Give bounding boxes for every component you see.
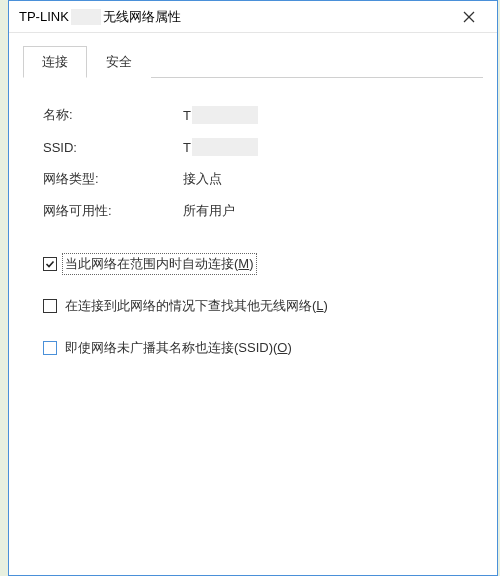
dialog-window: TP-LINK 无线网络属性 连接 安全 名称: T (8, 0, 498, 576)
tab-content-connection: 名称: T SSID: T 网络类型: 接入点 网络可用性: 所有用户 (23, 78, 483, 390)
value-name: T (183, 106, 258, 124)
label-name: 名称: (43, 106, 183, 124)
label-connect-hidden-text: 即使网络未广播其名称也连接(SSID)( (65, 340, 277, 355)
value-name-text: T (183, 108, 191, 123)
checkbox-connect-hidden[interactable] (43, 341, 57, 355)
label-connect-hidden[interactable]: 即使网络未广播其名称也连接(SSID)(O) (63, 338, 294, 358)
title-prefix: TP-LINK (19, 9, 69, 24)
value-ssid: T (183, 138, 258, 156)
row-name: 名称: T (43, 106, 463, 124)
value-name-redacted (192, 106, 258, 124)
tab-security[interactable]: 安全 (87, 46, 151, 78)
label-auto-connect-suffix: ) (249, 256, 253, 271)
row-connect-hidden: 即使网络未广播其名称也连接(SSID)(O) (43, 338, 463, 358)
close-button[interactable] (449, 3, 489, 31)
checkbox-auto-connect[interactable] (43, 257, 57, 271)
label-look-other-suffix: ) (324, 298, 328, 313)
label-auto-connect-accel: M (238, 256, 249, 271)
row-availability: 网络可用性: 所有用户 (43, 202, 463, 220)
row-ssid: SSID: T (43, 138, 463, 156)
label-auto-connect[interactable]: 当此网络在范围内时自动连接(M) (63, 254, 256, 274)
label-availability: 网络可用性: (43, 202, 183, 220)
titlebar: TP-LINK 无线网络属性 (9, 1, 497, 33)
value-type: 接入点 (183, 170, 222, 188)
label-ssid: SSID: (43, 140, 183, 155)
row-auto-connect: 当此网络在范围内时自动连接(M) (43, 254, 463, 274)
checkmark-icon (45, 259, 55, 269)
label-auto-connect-text: 当此网络在范围内时自动连接( (65, 256, 238, 271)
label-look-other-accel: L (316, 298, 323, 313)
checkbox-group: 当此网络在范围内时自动连接(M) 在连接到此网络的情况下查找其他无线网络(L) … (43, 254, 463, 358)
row-look-other: 在连接到此网络的情况下查找其他无线网络(L) (43, 296, 463, 316)
close-icon (463, 11, 475, 23)
client-area: 连接 安全 名称: T SSID: T 网络类型: 接入点 (9, 33, 497, 402)
title-redacted (71, 9, 101, 25)
checkbox-look-other[interactable] (43, 299, 57, 313)
value-ssid-text: T (183, 140, 191, 155)
label-type: 网络类型: (43, 170, 183, 188)
title-suffix: 无线网络属性 (103, 8, 181, 26)
label-look-other[interactable]: 在连接到此网络的情况下查找其他无线网络(L) (63, 296, 330, 316)
label-connect-hidden-suffix: ) (287, 340, 291, 355)
tab-connection[interactable]: 连接 (23, 46, 87, 78)
value-availability: 所有用户 (183, 202, 235, 220)
label-connect-hidden-accel: O (277, 340, 287, 355)
row-type: 网络类型: 接入点 (43, 170, 463, 188)
window-title: TP-LINK 无线网络属性 (19, 8, 449, 26)
value-ssid-redacted (192, 138, 258, 156)
tab-strip: 连接 安全 (23, 45, 483, 78)
label-look-other-text: 在连接到此网络的情况下查找其他无线网络( (65, 298, 316, 313)
